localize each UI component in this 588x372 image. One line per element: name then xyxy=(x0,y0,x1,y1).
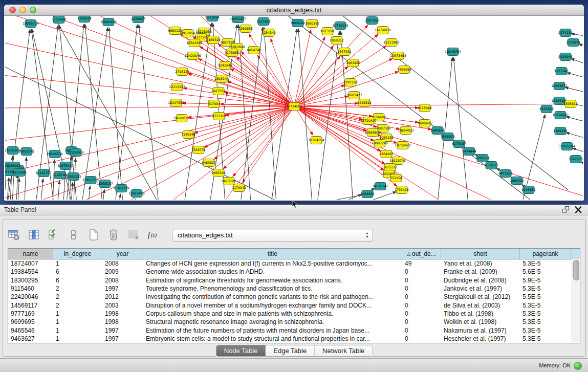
graph-node[interactable]: 2087652 xyxy=(365,17,379,25)
graph-node[interactable]: 14136141 xyxy=(372,183,388,190)
graph-node[interactable]: 3175685 xyxy=(225,49,239,57)
graph-node[interactable]: 20691406 xyxy=(100,18,117,26)
graph-node[interactable]: 9463627 xyxy=(202,159,216,167)
graph-node[interactable]: 8186328 xyxy=(206,36,221,44)
checklist-button[interactable] xyxy=(47,228,60,242)
graph-node[interactable]: 7249346 xyxy=(181,131,195,139)
column-header-short[interactable]: short xyxy=(441,249,520,259)
close-window-button[interactable] xyxy=(9,7,16,13)
graph-node[interactable]: 9613702 xyxy=(320,28,335,35)
tab-edge-table[interactable]: Edge Table xyxy=(265,345,314,356)
graph-node[interactable]: 17957253 xyxy=(82,177,99,184)
graph-node[interactable]: 1481862 xyxy=(346,59,360,67)
memory-ok-indicator-icon[interactable] xyxy=(574,362,582,370)
graph-node[interactable]: 9777169 xyxy=(212,113,226,120)
function-builder-button[interactable]: f(x) xyxy=(147,228,160,242)
graph-node[interactable]: 9245652 xyxy=(521,186,536,194)
table-row[interactable]: 977716911998Corpus callosum shape and si… xyxy=(8,310,580,318)
table-row[interactable]: 2242004622012Investigating the contribut… xyxy=(8,293,580,301)
graph-node[interactable]: 8471626 xyxy=(498,170,513,178)
graph-node[interactable]: 18107558 xyxy=(168,99,184,107)
network-canvas[interactable]: 1872400719055724111568913506142069140620… xyxy=(5,16,583,200)
graph-node[interactable]: 1595814 xyxy=(563,100,578,108)
graph-node[interactable]: 1733426 xyxy=(395,186,409,194)
graph-node[interactable]: 10975487 xyxy=(57,162,74,170)
graph-node[interactable]: 9465546 xyxy=(211,169,226,177)
graph-node[interactable]: 1170043 xyxy=(232,184,246,192)
graph-node[interactable]: 10053327 xyxy=(230,16,246,23)
graph-node[interactable]: 1065412 xyxy=(510,177,524,185)
graph-node[interactable]: 8813054 xyxy=(205,16,220,21)
column-header-in_degree[interactable]: in_degree xyxy=(53,249,102,259)
graph-node[interactable]: 12093872 xyxy=(551,82,568,90)
graph-node[interactable]: 10719145 xyxy=(332,22,349,30)
table-row[interactable]: 946362711997Embryonic stem cells: a mode… xyxy=(8,335,580,343)
graph-node[interactable]: 2803144 xyxy=(214,75,229,83)
graph-node[interactable]: 10688609 xyxy=(364,129,381,137)
graph-node[interactable]: 17359928 xyxy=(68,149,84,157)
citation-network-graph[interactable]: 1872400719055724111568913506142069140620… xyxy=(5,16,583,200)
graph-node[interactable]: 1797193 xyxy=(343,79,358,86)
graph-node[interactable]: 1575074 xyxy=(566,39,580,47)
graph-node[interactable]: 18724007 xyxy=(286,103,302,111)
graph-node[interactable]: 2935114 xyxy=(475,155,490,162)
graph-node[interactable]: 5938923 xyxy=(441,133,455,141)
tab-network-table[interactable]: Network Table xyxy=(314,345,372,356)
graph-node[interactable]: 16210643 xyxy=(552,112,569,119)
table-row[interactable]: 1456911722003Disruption of a novel membe… xyxy=(8,301,580,309)
graph-node[interactable]: 9274134 xyxy=(558,29,573,37)
graph-node[interactable]: 19654923 xyxy=(398,127,414,135)
graph-node[interactable]: 16958107 xyxy=(97,180,113,188)
graph-node[interactable]: 8454749 xyxy=(247,47,261,54)
graph-node[interactable]: 19756928 xyxy=(395,142,411,149)
graph-node[interactable]: 9860123 xyxy=(168,27,182,35)
graph-node[interactable]: 1350614 xyxy=(77,16,92,23)
graph-node[interactable]: 9466160 xyxy=(291,19,305,27)
delete-table-button[interactable] xyxy=(127,228,140,242)
graph-node[interactable]: 3216616 xyxy=(357,99,372,107)
table-select-dropdown[interactable]: citations_edges.txt▲▼ xyxy=(172,229,373,242)
graph-node[interactable]: 9474444 xyxy=(462,148,476,156)
graph-node[interactable]: 7526733 xyxy=(191,146,206,154)
close-panel-icon[interactable] xyxy=(574,206,583,214)
graph-node[interactable]: 10973493 xyxy=(390,52,406,60)
graph-node[interactable]: 9115460 xyxy=(418,104,432,112)
table-row[interactable]: 969969511998Structural magnetic resonanc… xyxy=(8,318,580,326)
graph-node[interactable]: 6179197 xyxy=(452,140,466,148)
table-row[interactable]: 1830029562008Estimation of significance … xyxy=(8,276,580,285)
graph-node[interactable]: 1464954 xyxy=(360,190,375,198)
column-header-out_de[interactable]: △out_de... xyxy=(402,249,441,259)
table-row[interactable]: 1872400712008Changes of HCN gene express… xyxy=(8,259,580,268)
scrollbar-thumb[interactable] xyxy=(573,260,579,280)
zoom-window-button[interactable] xyxy=(30,7,36,13)
delete-rows-button[interactable] xyxy=(107,228,120,242)
graph-node[interactable]: 8427552 xyxy=(211,87,226,95)
graph-node[interactable]: 2684067 xyxy=(379,150,394,158)
graph-node[interactable]: 752254 xyxy=(390,174,402,182)
graph-node[interactable]: 9699695 xyxy=(418,120,432,127)
graph-node[interactable]: 1547931 xyxy=(337,48,352,56)
graph-node[interactable]: 16648784 xyxy=(445,48,461,56)
graph-node[interactable]: 19384554 xyxy=(308,137,324,144)
graph-node[interactable]: 17016504 xyxy=(559,143,575,150)
graph-node[interactable]: 1167533 xyxy=(569,156,583,163)
graph-node[interactable]: 20206536 xyxy=(47,150,63,158)
graph-node[interactable]: 8912954 xyxy=(181,30,195,37)
graph-node[interactable]: 1589291 xyxy=(553,127,568,135)
graph-node[interactable]: 1115689 xyxy=(52,16,66,24)
graph-node[interactable]: 18807249 xyxy=(372,140,388,147)
graph-node[interactable]: 9613708 xyxy=(222,178,236,185)
graph-node[interactable]: 14569117 xyxy=(173,115,190,122)
graph-node[interactable]: 12142757 xyxy=(35,169,52,177)
graph-node[interactable]: 19910241 xyxy=(18,148,35,156)
graph-node[interactable]: 15720407 xyxy=(360,117,377,125)
rows-button[interactable] xyxy=(67,228,80,242)
graph-node[interactable]: 12213967 xyxy=(383,39,400,47)
table-vertical-scrollbar[interactable] xyxy=(572,259,580,342)
graph-node[interactable]: 9242848 xyxy=(218,62,232,70)
graph-node[interactable]: 9227343 xyxy=(554,68,569,75)
graph-node[interactable]: 8215953 xyxy=(539,105,554,113)
graph-node[interactable]: 1254349 xyxy=(262,29,276,37)
graph-node[interactable]: 12923448 xyxy=(128,190,145,198)
graph-node[interactable]: 1958312 xyxy=(330,37,344,45)
